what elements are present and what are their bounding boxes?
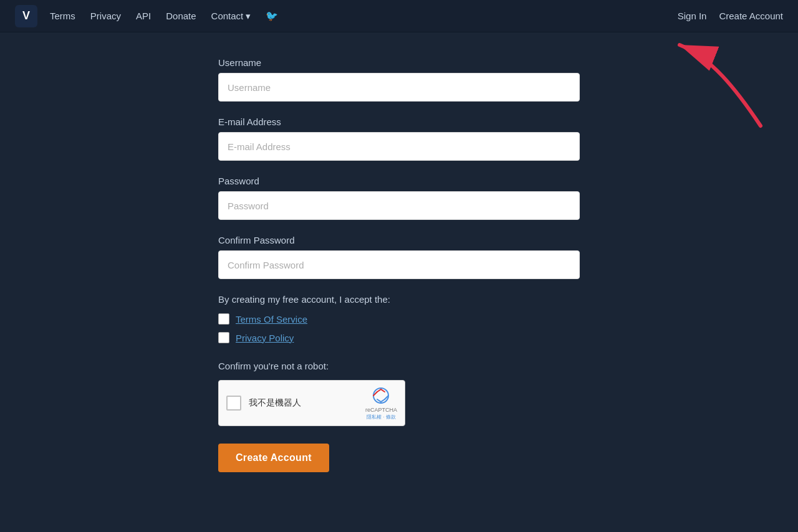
recaptcha-checkbox[interactable]	[226, 396, 241, 411]
privacy-item: Privacy Policy	[218, 332, 580, 343]
password-group: Password	[218, 176, 580, 220]
nav-donate[interactable]: Donate	[166, 11, 196, 21]
privacy-checkbox[interactable]	[218, 332, 229, 343]
recaptcha-widget[interactable]: 我不是機器人 reCAPTCHA 隱私權 · 條款	[218, 380, 405, 426]
email-label: E-mail Address	[218, 116, 580, 127]
create-account-nav-link[interactable]: Create Account	[719, 11, 783, 21]
email-group: E-mail Address	[218, 116, 580, 161]
recaptcha-text: 我不是機器人	[249, 397, 365, 409]
nav-contact[interactable]: Contact ▾	[211, 11, 251, 22]
robot-label: Confirm you're not a robot:	[218, 361, 580, 371]
nav-terms[interactable]: Terms	[50, 11, 75, 21]
tos-item: Terms Of Service	[218, 313, 580, 325]
checkbox-group: Terms Of Service Privacy Policy	[218, 313, 580, 343]
register-form: Username E-mail Address Password Confirm…	[218, 57, 580, 472]
nav-privacy[interactable]: Privacy	[90, 11, 121, 21]
privacy-policy-label[interactable]: Privacy Policy	[236, 333, 294, 343]
username-input[interactable]	[218, 73, 580, 102]
tos-label[interactable]: Terms Of Service	[236, 314, 307, 325]
username-label: Username	[218, 57, 580, 68]
create-account-button[interactable]: Create Account	[218, 444, 329, 472]
confirm-password-label: Confirm Password	[218, 235, 580, 245]
nav-api[interactable]: API	[136, 11, 151, 21]
sign-in-link[interactable]: Sign In	[678, 11, 707, 21]
recaptcha-logo: reCAPTCHA 隱私權 · 條款	[365, 386, 397, 420]
password-label: Password	[218, 176, 580, 186]
logo[interactable]: V	[15, 5, 37, 27]
arrow-annotation	[661, 39, 786, 138]
confirm-password-group: Confirm Password	[218, 235, 580, 279]
arrow-svg	[661, 39, 786, 138]
accept-text: By creating my free account, I accept th…	[218, 294, 580, 305]
navbar: V Terms Privacy API Donate Contact ▾ 🐦 S…	[0, 0, 798, 32]
confirm-password-input[interactable]	[218, 250, 580, 279]
main-content: Username E-mail Address Password Confirm…	[0, 32, 798, 510]
email-input[interactable]	[218, 132, 580, 161]
username-group: Username	[218, 57, 580, 102]
tos-checkbox[interactable]	[218, 313, 229, 325]
twitter-icon[interactable]: 🐦	[266, 10, 278, 22]
recaptcha-icon	[371, 386, 391, 406]
recaptcha-brand: reCAPTCHA 隱私權 · 條款	[365, 407, 397, 420]
password-input[interactable]	[218, 191, 580, 220]
